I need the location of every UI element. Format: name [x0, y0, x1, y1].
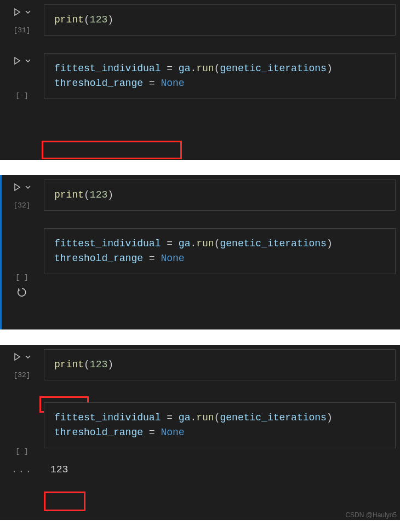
cell-gutter: [ ]	[0, 224, 44, 281]
run-controls[interactable]	[13, 352, 31, 361]
code-line: threshold_range = None	[54, 76, 385, 91]
code-cell: [32] print(123) 0.0s	[0, 175, 400, 213]
execution-count: [31]	[13, 26, 30, 34]
code-line: fittest_individual = ga.run(genetic_iter…	[54, 61, 385, 76]
code-line: threshold_range = None	[54, 425, 385, 440]
ellipsis-icon[interactable]: ...	[12, 464, 32, 475]
cell-row: [ ] fittest_individual = ga.run(genetic_…	[0, 49, 400, 100]
cell-gutter: [31]	[0, 0, 44, 34]
execution-count: [32]	[13, 201, 30, 210]
code-line: threshold_range = None	[54, 251, 385, 266]
cell-gutter: [ ]	[0, 49, 44, 100]
code-cell: [ ] fittest_individual = ga.run(genetic_…	[0, 224, 400, 303]
highlight-box	[42, 141, 182, 159]
code-cell: [32] print(123) 0.0s	[0, 345, 400, 383]
chevron-down-icon[interactable]	[25, 184, 31, 190]
code-line: fittest_individual = ga.run(genetic_iter…	[54, 410, 385, 425]
code-line: print(123)	[54, 357, 385, 372]
output-gutter	[0, 287, 44, 297]
code-editor[interactable]: fittest_individual = ga.run(genetic_iter…	[44, 53, 396, 99]
output-row	[0, 281, 400, 303]
play-icon[interactable]	[13, 352, 21, 361]
code-editor[interactable]: print(123)	[44, 4, 396, 36]
code-cell: [ ] fittest_individual = ga.run(genetic_…	[0, 49, 400, 100]
cell-gutter: [32]	[0, 345, 44, 379]
execution-count: [ ]	[15, 447, 28, 455]
cell-row: [32] print(123)	[0, 345, 400, 380]
run-controls[interactable]	[13, 8, 31, 16]
play-icon[interactable]	[13, 56, 21, 65]
output-gutter: ...	[0, 464, 44, 475]
code-line: print(123)	[54, 188, 385, 203]
cell-row: [ ] fittest_individual = ga.run(genetic_…	[0, 224, 400, 281]
code-editor[interactable]: fittest_individual = ga.run(genetic_iter…	[44, 228, 396, 274]
notebook-panel-3: [32] print(123) 0.0s [ ] fittest_individ…	[0, 345, 400, 520]
watermark: CSDN @Haulyn5	[345, 511, 397, 519]
notebook-panel-1: [31] print(123) 0.0s [ ] fittest_individ…	[0, 0, 400, 160]
chevron-down-icon[interactable]	[25, 57, 31, 64]
execution-count: [32]	[13, 371, 30, 379]
chevron-down-icon[interactable]	[25, 9, 31, 15]
spinner-icon	[17, 287, 27, 297]
cell-row: [32] print(123)	[0, 175, 400, 211]
code-cell: [31] print(123) 0.0s	[0, 0, 400, 38]
cell-gutter: [ ]	[0, 398, 44, 455]
cell-output: 123	[44, 461, 400, 478]
chevron-down-icon[interactable]	[25, 354, 31, 360]
cell-row: [31] print(123)	[0, 0, 400, 36]
highlight-box	[44, 491, 85, 511]
run-controls[interactable]	[13, 183, 31, 192]
code-line: print(123)	[54, 13, 385, 27]
code-editor[interactable]: print(123)	[44, 349, 396, 380]
cell-row: [ ] fittest_individual = ga.run(genetic_…	[0, 398, 400, 455]
code-line: fittest_individual = ga.run(genetic_iter…	[54, 236, 385, 251]
play-icon[interactable]	[13, 183, 21, 192]
play-icon[interactable]	[13, 8, 21, 16]
code-cell: [ ] fittest_individual = ga.run(genetic_…	[0, 398, 400, 481]
notebook-panel-2: [32] print(123) 0.0s [ ] fittest_individ…	[0, 175, 400, 329]
output-row: ... 123	[0, 459, 400, 481]
cell-gutter: [32]	[0, 175, 44, 210]
execution-count: [ ]	[15, 91, 28, 100]
run-controls[interactable]	[13, 56, 31, 65]
code-editor[interactable]: fittest_individual = ga.run(genetic_iter…	[44, 402, 396, 448]
execution-count: [ ]	[15, 273, 28, 281]
code-editor[interactable]: print(123)	[44, 180, 396, 211]
